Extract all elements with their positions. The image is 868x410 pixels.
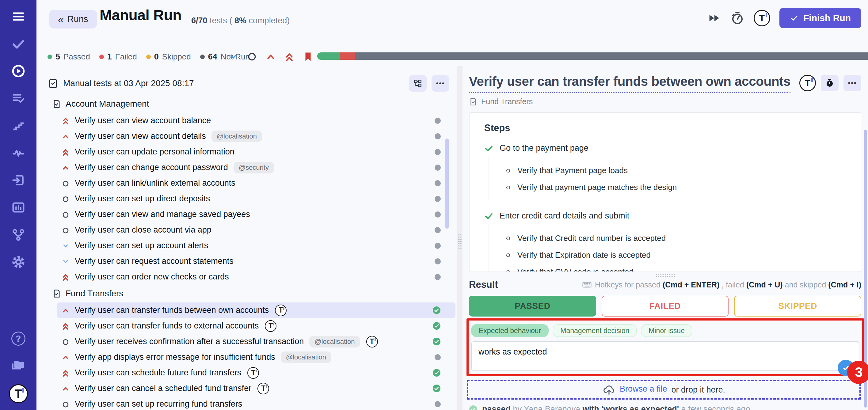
filter-priority-high-icon[interactable] [266, 52, 276, 62]
test-title: Verify user can view and manage saved pa… [75, 210, 250, 219]
substep-group: Verify that Payment page loadsVerify tha… [489, 157, 848, 201]
finish-run-label: Finish Run [803, 13, 851, 23]
test-tag[interactable]: @localisation [212, 130, 262, 142]
test-title: Verify user can set up recurring fund tr… [75, 399, 242, 409]
panel-divider[interactable] [457, 66, 463, 410]
test-row[interactable]: Verify user can cancel a scheduled fund … [57, 381, 456, 396]
priority-icon-wrap [61, 194, 70, 203]
analytics-icon[interactable] [10, 199, 26, 215]
status-passed-icon [432, 322, 441, 330]
finish-run-button[interactable]: Finish Run [779, 8, 861, 28]
history-note: with 'works as expected' [583, 405, 679, 410]
check-icon[interactable] [10, 36, 26, 52]
suite-header[interactable]: Fund Transfers [52, 285, 457, 303]
skipped-button[interactable]: SKIPPED [734, 296, 861, 317]
annotation-highlight-box: Expected behaviourManagement decisionMin… [466, 318, 864, 376]
sidebar: T [0, 0, 36, 410]
comment-tag-pill[interactable]: Minor issue [641, 324, 692, 337]
branch-icon[interactable] [10, 227, 26, 243]
timer-icon[interactable] [731, 11, 744, 25]
test-row[interactable]: Verify user can update personal informat… [57, 144, 456, 160]
status-wrap [432, 384, 441, 392]
comment-tag-pill[interactable]: Expected behaviour [471, 324, 549, 337]
progress-remaining-segment [355, 53, 868, 60]
result-drag-handle[interactable] [655, 273, 676, 277]
import-icon[interactable] [10, 172, 26, 188]
test-row[interactable]: Verify user can set up account alerts [57, 238, 456, 253]
test-row[interactable]: Verify user can order new checks or card… [57, 269, 456, 285]
back-to-runs-button[interactable]: Runs [49, 10, 97, 29]
stat-label: Passed [63, 52, 90, 62]
test-title: Verify user can set up account alerts [75, 241, 208, 250]
test-row[interactable]: Verify user can request account statemen… [57, 253, 456, 269]
stat-skipped[interactable]: 0Skipped [146, 52, 191, 62]
collapse-chevron-down-icon[interactable] [228, 52, 239, 62]
automated-test-logo-icon: T [265, 320, 276, 332]
stat-failed[interactable]: 1Failed [99, 52, 137, 62]
bookmark-icon[interactable] [303, 52, 313, 62]
suite-breadcrumb[interactable]: Fund Transfers [469, 97, 868, 106]
milestones-icon[interactable] [10, 118, 26, 134]
suite-file-icon [52, 99, 61, 108]
priority-icon-wrap [61, 384, 70, 393]
filter-priority-highest-icon[interactable] [284, 52, 294, 62]
comment-input[interactable]: works as expected [471, 341, 860, 371]
comment-tag-pill[interactable]: Management decision [553, 324, 637, 337]
test-row[interactable]: Verify user can schedule future fund tra… [57, 365, 456, 381]
divider-drag-handle[interactable] [458, 234, 462, 249]
test-row[interactable]: Verify user can view and manage saved pa… [57, 207, 456, 222]
help-icon[interactable] [11, 332, 25, 346]
stat-dot [200, 55, 205, 59]
detail-more-button[interactable] [843, 75, 861, 91]
top-bar: Runs Manual Run 6/70 tests ( 8% complete… [36, 0, 868, 36]
runs-play-icon[interactable] [10, 63, 26, 79]
test-row[interactable]: Verify user can transfer funds to extern… [57, 318, 456, 334]
test-automation-logo[interactable]: T [799, 75, 816, 91]
testomat-logo-small[interactable]: T [754, 10, 770, 26]
test-row[interactable]: Verify user can link/unlink external acc… [57, 175, 456, 191]
run-more-button[interactable] [432, 75, 449, 92]
stats-bar: 5Passed1Failed0Skipped64Not Run [36, 50, 868, 64]
test-tag[interactable]: @security [234, 162, 274, 174]
status-notrun-dot [435, 118, 441, 124]
step-text: Enter credit card details and submit [500, 211, 629, 221]
test-row[interactable]: Verify user can transfer funds between o… [57, 303, 456, 318]
filter-circle-icon[interactable] [247, 52, 257, 62]
test-row[interactable]: Verify user can set up recurring fund tr… [57, 396, 456, 410]
test-row[interactable]: Verify user can close account via app [57, 222, 456, 238]
stat-passed[interactable]: 5Passed [48, 52, 90, 62]
list-scrollbar[interactable] [445, 138, 449, 229]
step-item[interactable]: Enter credit card details and submit [484, 211, 848, 221]
test-row[interactable]: Verify user can view account details@loc… [57, 128, 456, 144]
test-title: Verify user can set up direct deposits [75, 194, 210, 203]
fast-forward-icon[interactable] [707, 11, 721, 25]
test-detail-title[interactable]: Verify user can transfer funds between o… [469, 74, 790, 93]
test-row[interactable]: Verify user can view account balance [57, 113, 456, 128]
test-row[interactable]: Verify user can set up direct deposits [57, 191, 456, 207]
suite-header[interactable]: Account Management [52, 95, 457, 113]
tree-view-button[interactable] [409, 75, 427, 92]
test-tag[interactable]: @localisation [309, 336, 360, 347]
stat-count: 0 [154, 52, 159, 62]
settings-gear-icon[interactable] [10, 254, 26, 270]
history-status: passed [482, 405, 510, 410]
priority-highest-icon [61, 321, 70, 330]
step-item[interactable]: Go to the payment page [484, 144, 848, 153]
test-row[interactable]: Verify app displays error message for in… [57, 349, 456, 365]
pulse-icon[interactable] [10, 145, 26, 161]
menu-icon[interactable] [10, 8, 26, 25]
test-row[interactable]: Verify user can change account password@… [57, 160, 456, 175]
browse-file-link[interactable]: Browse a file [620, 384, 667, 395]
status-passed-icon [432, 337, 441, 346]
passed-button[interactable]: PASSED [469, 296, 596, 317]
file-dropzone[interactable]: Browse a file or drop it here. [467, 380, 861, 400]
test-tag[interactable]: @localisation [281, 351, 331, 363]
test-row[interactable]: Verify user receives confirmation after … [57, 334, 456, 349]
suite-name: Account Management [66, 99, 149, 109]
projects-folder-icon[interactable] [10, 357, 26, 373]
timer-button[interactable] [821, 75, 839, 91]
failed-button[interactable]: FAILED [602, 296, 729, 317]
result-heading: Result [469, 279, 498, 290]
test-plans-icon[interactable] [10, 90, 26, 106]
testomat-logo[interactable]: T [9, 384, 28, 403]
